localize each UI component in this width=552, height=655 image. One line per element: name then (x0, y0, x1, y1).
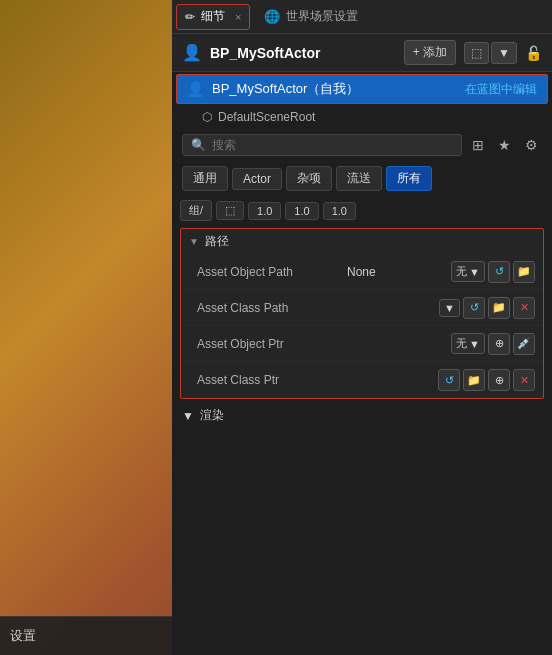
settings-button[interactable]: ⚙ (521, 135, 542, 155)
asset-object-path-value: None (347, 265, 376, 279)
grid-view-button[interactable]: ⊞ (468, 135, 488, 155)
layout-chevron-button[interactable]: ▼ (491, 42, 517, 64)
property-row-asset-object-path: Asset Object Path None 无 ▼ ↺ 📁 (181, 254, 543, 290)
search-icon: 🔍 (191, 138, 206, 152)
value-y: 1.0 (285, 202, 318, 220)
asset-object-path-controls: 无 ▼ ↺ 📁 (451, 261, 535, 283)
main-panel: ✏ 细节 × 🌐 世界场景设置 👤 BP_MySoftActor + 添加 ⬚ … (172, 0, 552, 655)
search-input-wrap: 🔍 (182, 134, 462, 156)
tab-world-settings[interactable]: 🌐 世界场景设置 (254, 4, 368, 30)
tab-details-label: 细节 (201, 8, 225, 25)
asset-class-ptr-browse-button[interactable]: 📁 (463, 369, 485, 391)
property-row-asset-class-path: Asset Class Path ▼ ↺ 📁 ✕ (181, 290, 543, 326)
scene-root-icon: ⬡ (202, 110, 212, 124)
wu-chevron-icon: ▼ (469, 266, 480, 278)
lock-button[interactable]: 🔓 (525, 45, 542, 61)
asset-class-ptr-add-button[interactable]: ⊕ (488, 369, 510, 391)
asset-object-path-reset-button[interactable]: ↺ (488, 261, 510, 283)
settings-label: 设置 (10, 627, 36, 645)
property-row-asset-class-ptr: Asset Class Ptr ↺ 📁 ⊕ ✕ (181, 362, 543, 398)
asset-class-ptr-controls: ↺ 📁 ⊕ ✕ (438, 369, 535, 391)
filter-tab-actor[interactable]: Actor (232, 168, 282, 190)
actor-icon: 👤 (182, 43, 202, 62)
filter-tabs: 通用 Actor 杂项 流送 所有 (172, 162, 552, 195)
selected-item-label: BP_MySoftActor（自我） (212, 80, 359, 98)
asset-class-ptr-reset-button[interactable]: ↺ (438, 369, 460, 391)
selected-item-bar[interactable]: 👤 BP_MySoftActor（自我） 在蓝图中编辑 (176, 74, 548, 104)
actor-bar: 👤 BP_MySoftActor + 添加 ⬚ ▼ 🔓 (172, 34, 552, 72)
asset-class-path-browse-button[interactable]: 📁 (488, 297, 510, 319)
value-z: 1.0 (323, 202, 356, 220)
asset-class-path-controls: ▼ ↺ 📁 ✕ (439, 297, 535, 319)
layout-button[interactable]: ⬚ (464, 42, 489, 64)
actor-name: BP_MySoftActor (210, 45, 396, 61)
asset-class-ptr-label: Asset Class Ptr (197, 373, 347, 387)
filter-tab-misc[interactable]: 杂项 (286, 166, 332, 191)
wu-dropdown[interactable]: 无 ▼ (451, 261, 485, 282)
asset-class-ptr-clear-button[interactable]: ✕ (513, 369, 535, 391)
wu2-dropdown[interactable]: 无 ▼ (451, 333, 485, 354)
wu2-chevron-icon: ▼ (469, 338, 480, 350)
asset-object-ptr-eyedrop-button[interactable]: 💉 (513, 333, 535, 355)
selected-actor-icon: 👤 (187, 81, 204, 97)
path-section-label: 路径 (205, 233, 229, 250)
asset-object-ptr-label: Asset Object Ptr (197, 337, 347, 351)
tab-close-button[interactable]: × (235, 11, 241, 23)
render-chevron-icon: ▼ (182, 409, 194, 423)
filter-tab-streaming[interactable]: 流送 (336, 166, 382, 191)
search-bar: 🔍 ⊞ ★ ⚙ (172, 128, 552, 162)
top-values-row: 组/ ⬚ 1.0 1.0 1.0 (172, 197, 552, 224)
favorites-button[interactable]: ★ (494, 135, 515, 155)
asset-class-path-clear-button[interactable]: ✕ (513, 297, 535, 319)
sub-item-default-scene-root: ⬡ DefaultSceneRoot (172, 106, 552, 128)
path-section: ▼ 路径 Asset Object Path None 无 ▼ ↺ 📁 Asse… (180, 228, 544, 399)
asset-class-path-reset-button[interactable]: ↺ (463, 297, 485, 319)
asset-object-path-browse-button[interactable]: 📁 (513, 261, 535, 283)
search-input[interactable] (212, 138, 453, 152)
asset-object-path-label: Asset Object Path (197, 265, 347, 279)
globe-icon: 🌐 (264, 9, 280, 24)
bottom-left-settings: 设置 (0, 616, 172, 655)
value-layout: ⬚ (216, 201, 244, 220)
layout-button-group: ⬚ ▼ (464, 42, 517, 64)
filter-tab-all[interactable]: 所有 (386, 166, 432, 191)
path-chevron-icon: ▼ (189, 236, 199, 247)
path-section-header[interactable]: ▼ 路径 (181, 229, 543, 254)
value-x: 1.0 (248, 202, 281, 220)
asset-class-path-label: Asset Class Path (197, 301, 347, 315)
asset-object-ptr-target-button[interactable]: ⊕ (488, 333, 510, 355)
property-row-asset-object-ptr: Asset Object Ptr 无 ▼ ⊕ 💉 (181, 326, 543, 362)
render-section-label: 渲染 (200, 407, 224, 424)
edit-in-blueprint-link[interactable]: 在蓝图中编辑 (465, 81, 537, 98)
properties-area: 组/ ⬚ 1.0 1.0 1.0 ▼ 路径 Asset Object Path … (172, 195, 552, 655)
filter-tab-general[interactable]: 通用 (182, 166, 228, 191)
tab-bar: ✏ 细节 × 🌐 世界场景设置 (172, 0, 552, 34)
pencil-icon: ✏ (185, 10, 195, 24)
asset-object-ptr-controls: 无 ▼ ⊕ 💉 (451, 333, 535, 355)
add-button[interactable]: + 添加 (404, 40, 456, 65)
tab-details[interactable]: ✏ 细节 × (176, 4, 250, 30)
tab-world-settings-label: 世界场景设置 (286, 8, 358, 25)
v-dropdown[interactable]: ▼ (439, 299, 460, 317)
settings-section: 设置 (10, 623, 162, 649)
render-section-header[interactable]: ▼ 渲染 (172, 403, 552, 428)
value-group: 组/ (180, 200, 212, 221)
scene-root-label: DefaultSceneRoot (218, 110, 315, 124)
